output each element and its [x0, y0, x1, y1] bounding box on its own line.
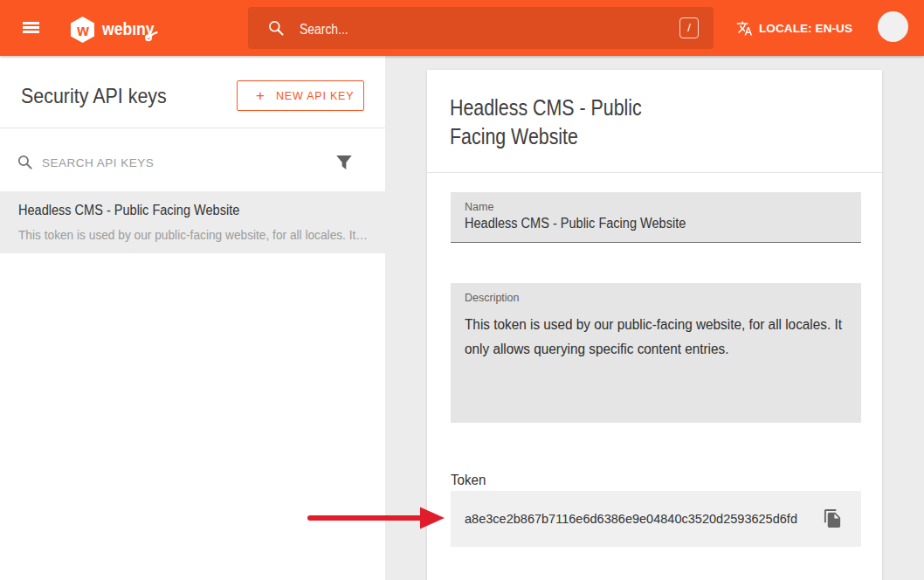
- svg-text:w: w: [76, 22, 89, 39]
